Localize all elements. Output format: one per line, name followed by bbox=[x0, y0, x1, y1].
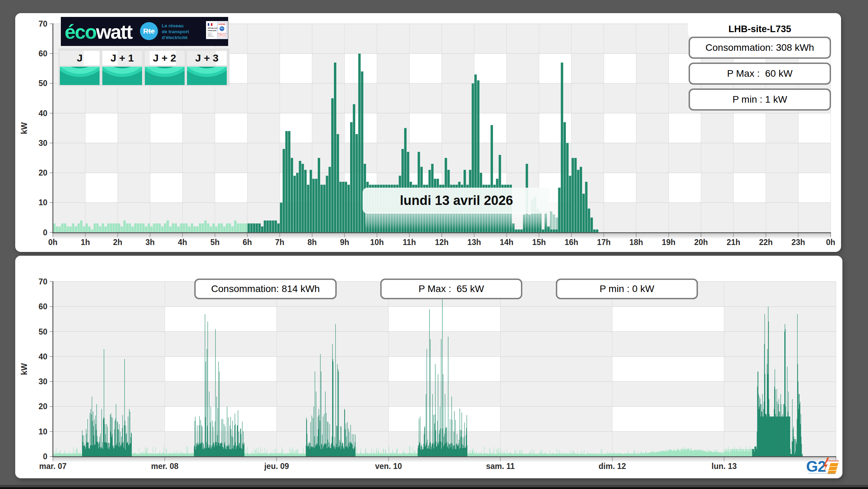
svg-text:70: 70 bbox=[38, 19, 47, 28]
svg-text:jeu. 09: jeu. 09 bbox=[264, 462, 289, 471]
svg-text:18h: 18h bbox=[629, 238, 643, 247]
svg-text:2h: 2h bbox=[113, 238, 122, 247]
svg-text:0h: 0h bbox=[48, 238, 58, 247]
svg-text:1h: 1h bbox=[81, 238, 90, 247]
svg-text:0: 0 bbox=[43, 452, 47, 461]
svg-text:10: 10 bbox=[38, 427, 47, 436]
svg-text:8h: 8h bbox=[308, 238, 317, 247]
svg-text:sam. 11: sam. 11 bbox=[486, 462, 515, 471]
svg-text:ven. 10: ven. 10 bbox=[375, 462, 402, 471]
svg-text:RÉPUBLIQUE: RÉPUBLIQUE bbox=[208, 27, 217, 29]
svg-text:15h: 15h bbox=[532, 238, 546, 247]
svg-text:23h: 23h bbox=[791, 238, 805, 247]
svg-text:0: 0 bbox=[43, 228, 47, 237]
svg-text:mar. 07: mar. 07 bbox=[39, 462, 66, 471]
svg-text:FRANCE: FRANCE bbox=[828, 459, 839, 462]
svg-text:70: 70 bbox=[38, 277, 47, 286]
svg-text:kW: kW bbox=[20, 122, 29, 134]
svg-text:50: 50 bbox=[38, 79, 47, 88]
svg-text:7h: 7h bbox=[275, 238, 284, 247]
svg-text:40: 40 bbox=[38, 352, 47, 361]
svg-text:Le réseau: Le réseau bbox=[162, 23, 184, 28]
svg-text:21h: 21h bbox=[727, 238, 740, 247]
svg-text:Optimisation des ressources én: Optimisation des ressources énergétiques bbox=[809, 472, 836, 474]
svg-text:lun. 13: lun. 13 bbox=[711, 462, 737, 471]
svg-text:FRANÇAISE: FRANÇAISE bbox=[208, 30, 216, 31]
svg-text:ÉCOLOGIQUE: ÉCOLOGIQUE bbox=[218, 35, 226, 37]
svg-text:6h: 6h bbox=[243, 238, 252, 247]
svg-text:19h: 19h bbox=[662, 238, 675, 247]
svg-text:14h: 14h bbox=[500, 238, 514, 247]
svg-text:kW: kW bbox=[20, 363, 29, 375]
svg-text:9h: 9h bbox=[340, 238, 349, 247]
svg-text:mer. 08: mer. 08 bbox=[151, 462, 178, 471]
svg-text:40: 40 bbox=[38, 109, 47, 118]
svg-text:10h: 10h bbox=[370, 238, 384, 247]
svg-text:17h: 17h bbox=[597, 238, 611, 247]
svg-text:3h: 3h bbox=[146, 238, 155, 247]
svg-text:20h: 20h bbox=[694, 238, 708, 247]
svg-text:d'électricité: d'électricité bbox=[162, 35, 188, 40]
svg-text:Fraternité: Fraternité bbox=[208, 35, 214, 37]
svg-text:30: 30 bbox=[38, 139, 47, 148]
svg-text:60: 60 bbox=[38, 49, 47, 58]
svg-text:30: 30 bbox=[38, 377, 47, 386]
svg-text:12h: 12h bbox=[435, 238, 449, 247]
svg-text:16h: 16h bbox=[564, 238, 578, 247]
svg-text:22h: 22h bbox=[759, 238, 773, 247]
svg-text:de transport: de transport bbox=[162, 29, 189, 34]
svg-text:13h: 13h bbox=[467, 238, 481, 247]
svg-text:11h: 11h bbox=[403, 238, 416, 247]
svg-text:5h: 5h bbox=[210, 238, 220, 247]
svg-text:10: 10 bbox=[38, 198, 47, 207]
svg-text:ADEME: ADEME bbox=[218, 23, 226, 25]
svg-text:0h: 0h bbox=[826, 238, 836, 247]
svg-text:4h: 4h bbox=[178, 238, 187, 247]
svg-text:20: 20 bbox=[38, 168, 47, 177]
svg-text:dim. 12: dim. 12 bbox=[599, 462, 626, 471]
svg-text:50: 50 bbox=[38, 327, 47, 336]
svg-text:20: 20 bbox=[38, 402, 47, 411]
svg-text:60: 60 bbox=[38, 302, 47, 311]
